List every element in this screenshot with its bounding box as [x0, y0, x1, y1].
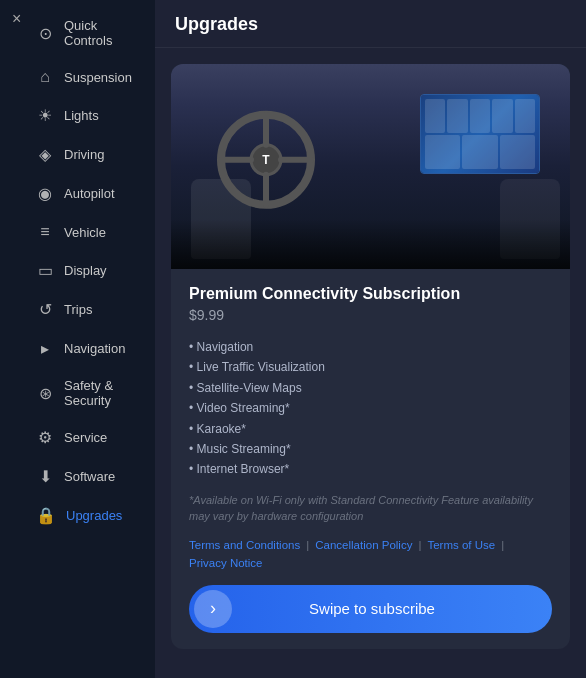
feature-item: • Navigation — [189, 337, 552, 357]
quick-controls-icon: ⊙ — [36, 24, 54, 43]
feature-item: • Music Streaming* — [189, 439, 552, 459]
link-separator: | — [501, 539, 504, 551]
link-3[interactable]: Privacy Notice — [189, 557, 263, 569]
suspension-label: Suspension — [64, 70, 132, 85]
safety-security-icon: ⊛ — [36, 384, 54, 403]
display-icon: ▭ — [36, 261, 54, 280]
feature-item: • Live Traffic Visualization — [189, 357, 552, 377]
sidebar-item-suspension[interactable]: ⌂Suspension — [0, 58, 155, 96]
sidebar-item-display[interactable]: ▭Display — [0, 251, 155, 290]
upgrade-card: T — [171, 64, 570, 649]
link-1[interactable]: Cancellation Policy — [315, 539, 412, 551]
trips-label: Trips — [64, 302, 92, 317]
vehicle-icon: ≡ — [36, 223, 54, 241]
autopilot-label: Autopilot — [64, 186, 115, 201]
disclaimer-text: *Available on Wi-Fi only with Standard C… — [189, 492, 552, 525]
swipe-label: Swipe to subscribe — [232, 600, 552, 617]
sidebar-item-safety-security[interactable]: ⊛Safety & Security — [0, 368, 155, 418]
sidebar-item-trips[interactable]: ↺Trips — [0, 290, 155, 329]
service-label: Service — [64, 430, 107, 445]
swipe-arrow-icon: › — [210, 598, 216, 619]
software-label: Software — [64, 469, 115, 484]
swipe-to-subscribe-button[interactable]: › Swipe to subscribe — [189, 585, 552, 633]
link-2[interactable]: Terms of Use — [427, 539, 495, 551]
feature-item: • Internet Browser* — [189, 459, 552, 479]
page-title: Upgrades — [155, 0, 586, 48]
sidebar-item-navigation[interactable]: ▸Navigation — [0, 329, 155, 368]
feature-item: • Karaoke* — [189, 419, 552, 439]
feature-item: • Satellite-View Maps — [189, 378, 552, 398]
safety-security-label: Safety & Security — [64, 378, 141, 408]
main-content: Upgrades T — [155, 0, 586, 678]
sidebar-item-vehicle[interactable]: ≡Vehicle — [0, 213, 155, 251]
quick-controls-label: Quick Controls — [64, 18, 141, 48]
close-button[interactable]: × — [12, 10, 21, 28]
car-screen — [420, 94, 540, 174]
service-icon: ⚙ — [36, 428, 54, 447]
steering-wheel: T — [216, 109, 316, 209]
product-title: Premium Connectivity Subscription — [189, 285, 552, 303]
sidebar: × ⊙Quick Controls⌂Suspension☀Lights◈Driv… — [0, 0, 155, 678]
trips-icon: ↺ — [36, 300, 54, 319]
card-body: Premium Connectivity Subscription $9.99 … — [171, 269, 570, 649]
dashboard — [171, 219, 570, 269]
svg-text:T: T — [262, 152, 270, 166]
sidebar-item-autopilot[interactable]: ◉Autopilot — [0, 174, 155, 213]
sidebar-item-upgrades[interactable]: 🔒Upgrades — [0, 496, 155, 535]
link-0[interactable]: Terms and Conditions — [189, 539, 300, 551]
navigation-icon: ▸ — [36, 339, 54, 358]
software-icon: ⬇ — [36, 467, 54, 486]
sidebar-item-driving[interactable]: ◈Driving — [0, 135, 155, 174]
features-list: • Navigation• Live Traffic Visualization… — [189, 337, 552, 480]
sidebar-item-quick-controls[interactable]: ⊙Quick Controls — [0, 8, 155, 58]
links-row: Terms and Conditions | Cancellation Poli… — [189, 539, 552, 569]
product-price: $9.99 — [189, 307, 552, 323]
sidebar-item-service[interactable]: ⚙Service — [0, 418, 155, 457]
link-separator: | — [306, 539, 309, 551]
upgrades-label: Upgrades — [66, 508, 122, 523]
feature-item: • Video Streaming* — [189, 398, 552, 418]
suspension-icon: ⌂ — [36, 68, 54, 86]
upgrades-icon: 🔒 — [36, 506, 56, 525]
link-separator: | — [418, 539, 421, 551]
driving-label: Driving — [64, 147, 104, 162]
lights-icon: ☀ — [36, 106, 54, 125]
driving-icon: ◈ — [36, 145, 54, 164]
display-label: Display — [64, 263, 107, 278]
sidebar-item-lights[interactable]: ☀Lights — [0, 96, 155, 135]
vehicle-label: Vehicle — [64, 225, 106, 240]
navigation-label: Navigation — [64, 341, 125, 356]
swipe-handle: › — [194, 590, 232, 628]
sidebar-item-software[interactable]: ⬇Software — [0, 457, 155, 496]
lights-label: Lights — [64, 108, 99, 123]
car-interior-image: T — [171, 64, 570, 269]
autopilot-icon: ◉ — [36, 184, 54, 203]
